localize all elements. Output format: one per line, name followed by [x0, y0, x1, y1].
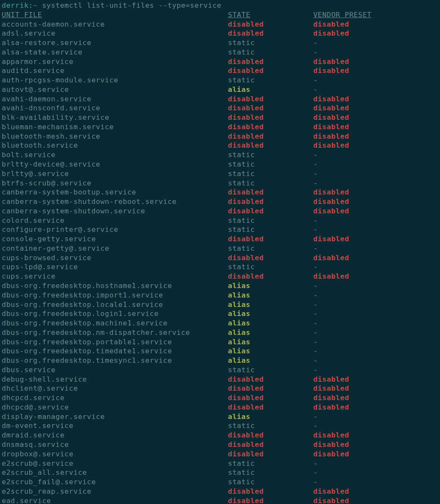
vendor-preset: - — [313, 262, 318, 272]
vendor-preset: - — [313, 281, 318, 291]
vendor-preset: - — [313, 150, 318, 160]
unit-file-name: canberra-system-shutdown-reboot.service — [2, 197, 228, 206]
unit-file-name: e2scrub_fail@.service — [2, 477, 228, 487]
vendor-preset: - — [313, 412, 318, 422]
vendor-preset: disabled — [313, 431, 349, 440]
vendor-preset: disabled — [313, 272, 349, 281]
unit-state: disabled — [228, 496, 313, 504]
unit-state: alias — [228, 85, 313, 94]
table-row: dropbox@.service disabled disabled — [2, 449, 438, 459]
unit-file-name: auth-rpcgss-module.service — [2, 76, 228, 85]
unit-file-name: canberra-system-shutdown.service — [2, 206, 228, 216]
unit-state: disabled — [228, 449, 313, 459]
vendor-preset: disabled — [313, 449, 349, 459]
vendor-preset: - — [313, 421, 318, 431]
unit-state: disabled — [228, 272, 313, 281]
table-row: blk-availability.service disabled disabl… — [2, 113, 438, 122]
unit-state: disabled — [228, 188, 313, 197]
unit-file-name: canberra-system-bootup.service — [2, 188, 228, 197]
unit-state: disabled — [228, 94, 313, 104]
unit-state: static — [228, 365, 313, 375]
unit-file-name: dbus-org.freedesktop.timesync1.service — [2, 356, 228, 365]
unit-file-name: blueman-mechanism.service — [2, 122, 228, 132]
unit-file-name: dbus-org.freedesktop.locale1.service — [2, 300, 228, 310]
unit-file-name: cups-lpd@.service — [2, 262, 228, 272]
vendor-preset: - — [313, 85, 318, 94]
unit-state: disabled — [228, 103, 313, 113]
unit-file-name: bolt.service — [2, 150, 228, 160]
vendor-preset: disabled — [313, 57, 349, 67]
vendor-preset: disabled — [313, 206, 349, 216]
header-vendor-preset: VENDOR PRESET — [313, 10, 372, 20]
unit-state: alias — [228, 356, 313, 365]
unit-file-name: display-manager.service — [2, 412, 228, 422]
unit-file-name: configure-printer@.service — [2, 225, 228, 234]
unit-state: static — [228, 38, 313, 48]
unit-state: static — [228, 48, 313, 57]
header-unit-file: UNIT FILE — [2, 10, 228, 20]
unit-state: static — [228, 459, 313, 468]
unit-state: disabled — [228, 113, 313, 122]
table-row: accounts-daemon.service disabled disable… — [2, 20, 438, 29]
unit-state: disabled — [228, 234, 313, 244]
table-row: auditd.service disabled disabled — [2, 66, 438, 76]
unit-state: static — [228, 477, 313, 487]
vendor-preset: disabled — [313, 496, 349, 504]
unit-file-name: dbus-org.freedesktop.machine1.service — [2, 319, 228, 328]
unit-file-name: auditd.service — [2, 66, 228, 76]
unit-file-name: dhcpcd@.service — [2, 403, 228, 412]
unit-state: disabled — [228, 197, 313, 206]
unit-state: static — [228, 421, 313, 431]
unit-state: static — [228, 76, 313, 85]
unit-state: disabled — [228, 141, 313, 150]
unit-file-name: blk-availability.service — [2, 113, 228, 122]
unit-state: disabled — [228, 132, 313, 141]
vendor-preset: disabled — [313, 188, 349, 197]
unit-state: disabled — [228, 384, 313, 393]
table-row: dm-event.service static - — [2, 421, 438, 431]
prompt-path: ~ — [33, 1, 37, 9]
vendor-preset: disabled — [313, 384, 349, 393]
vendor-preset: disabled — [313, 403, 349, 412]
unit-file-name: alsa-restore.service — [2, 38, 228, 48]
unit-file-name: dbus.service — [2, 365, 228, 375]
table-row: brltty@.service static - — [2, 169, 438, 179]
table-row: cups-lpd@.service static - — [2, 262, 438, 272]
table-row: display-manager.service alias - — [2, 412, 438, 422]
unit-state: alias — [228, 337, 313, 347]
vendor-preset: disabled — [313, 66, 349, 76]
table-row: cups-browsed.service disabled disabled — [2, 253, 438, 263]
unit-file-name: dhclient@.service — [2, 384, 228, 393]
unit-state: static — [228, 169, 313, 179]
unit-state: disabled — [228, 431, 313, 440]
unit-state: alias — [228, 281, 313, 291]
table-row: dbus-org.freedesktop.nm-dispatcher.servi… — [2, 328, 438, 337]
unit-file-name: dbus-org.freedesktop.timedate1.service — [2, 346, 228, 356]
unit-file-name: autovt@.service — [2, 85, 228, 94]
vendor-preset: - — [313, 346, 318, 356]
table-row: canberra-system-shutdown-reboot.service … — [2, 197, 438, 206]
unit-file-name: brltty@.service — [2, 169, 228, 179]
table-row: dbus-org.freedesktop.hostname1.service a… — [2, 281, 438, 291]
unit-file-name: debug-shell.service — [2, 375, 228, 384]
unit-state: disabled — [228, 29, 313, 38]
vendor-preset: - — [313, 48, 318, 57]
table-row: avahi-daemon.service disabled disabled — [2, 94, 438, 104]
vendor-preset: - — [313, 160, 318, 169]
table-row: btrfs-scrub@.service static - — [2, 179, 438, 188]
unit-file-name: avahi-dnsconfd.service — [2, 103, 228, 113]
unit-file-name: colord.service — [2, 216, 228, 225]
table-row: dhclient@.service disabled disabled — [2, 384, 438, 393]
vendor-preset: - — [313, 225, 318, 234]
table-row: console-getty.service disabled disabled — [2, 234, 438, 244]
table-row: e2scrub_all.service static - — [2, 468, 438, 477]
table-row: e2scrub_reap.service disabled disabled — [2, 487, 438, 496]
table-row: alsa-state.service static - — [2, 48, 438, 57]
unit-file-name: dropbox@.service — [2, 449, 228, 459]
unit-file-name: dbus-org.freedesktop.login1.service — [2, 309, 228, 319]
unit-state: static — [228, 179, 313, 188]
vendor-preset: disabled — [313, 197, 349, 206]
unit-state: disabled — [228, 57, 313, 67]
vendor-preset: disabled — [313, 253, 349, 263]
vendor-preset: disabled — [313, 393, 349, 403]
